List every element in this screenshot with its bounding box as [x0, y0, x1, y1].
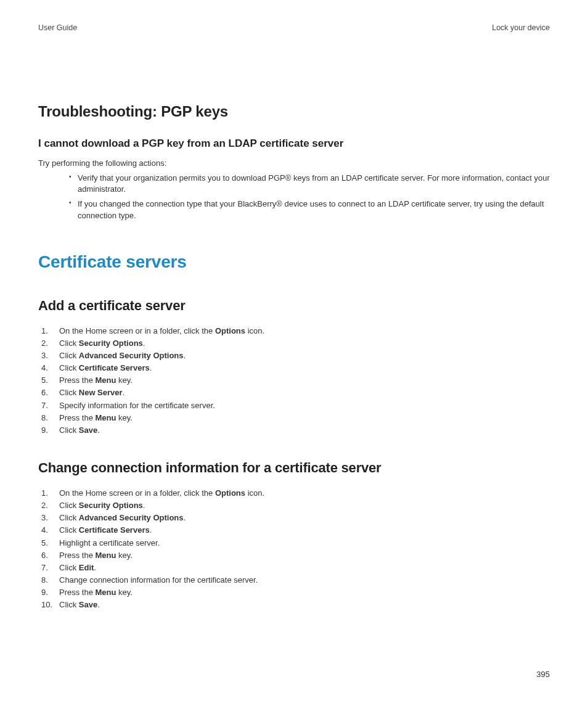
- step-text-pre: Click: [59, 513, 79, 522]
- step-item: Specify information for the certificate …: [38, 400, 550, 412]
- header-left: User Guide: [38, 23, 77, 32]
- step-text-pre: Click: [59, 501, 79, 510]
- add-server-steps: On the Home screen or in a folder, click…: [38, 325, 550, 437]
- step-item: On the Home screen or in a folder, click…: [38, 325, 550, 337]
- step-text-pre: Press the: [59, 551, 96, 560]
- change-server-title: Change connection information for a cert…: [38, 460, 550, 476]
- step-text-post: .: [184, 513, 186, 522]
- step-text-pre: Press the: [59, 413, 96, 422]
- step-item: Click Save.: [38, 424, 550, 437]
- page-header: User Guide Lock your device: [38, 23, 550, 32]
- step-item: Click Save.: [38, 599, 550, 611]
- step-text-pre: Specify information for the certificate …: [59, 401, 215, 410]
- step-text-post: .: [123, 388, 125, 397]
- page-number: 395: [536, 670, 550, 679]
- step-text-pre: Change connection information for the ce…: [59, 575, 258, 585]
- step-text-post: key.: [116, 588, 133, 597]
- step-item: Change connection information for the ce…: [38, 574, 550, 586]
- step-text-post: .: [150, 363, 152, 372]
- step-text-bold: Advanced Security Options: [79, 513, 184, 522]
- troubleshooting-subtitle: I cannot download a PGP key from an LDAP…: [38, 138, 550, 150]
- step-item: Highlight a certificate server.: [38, 537, 550, 549]
- step-text-bold: Security Options: [79, 339, 143, 348]
- cert-servers-title: Certificate servers: [38, 252, 550, 272]
- step-text-pre: On the Home screen or in a folder, click…: [59, 488, 215, 498]
- step-text-pre: On the Home screen or in a folder, click…: [59, 326, 215, 335]
- troubleshooting-bullets: Verify that your organization permits yo…: [38, 173, 550, 221]
- step-text-pre: Click: [59, 363, 79, 372]
- step-text-bold: Menu: [96, 588, 116, 597]
- step-item: On the Home screen or in a folder, click…: [38, 487, 550, 499]
- troubleshooting-title: Troubleshooting: PGP keys: [38, 103, 550, 120]
- step-item: Press the Menu key.: [38, 374, 550, 387]
- step-text-bold: Menu: [96, 376, 116, 385]
- step-text-bold: Menu: [96, 551, 116, 560]
- step-item: Click Security Options.: [38, 337, 550, 350]
- step-text-bold: Save: [79, 600, 97, 609]
- step-text-post: icon.: [245, 488, 264, 498]
- step-text-post: key.: [116, 551, 133, 560]
- step-text-post: .: [184, 351, 186, 360]
- step-text-pre: Click: [59, 425, 79, 435]
- step-text-post: key.: [116, 376, 133, 385]
- step-text-post: .: [97, 600, 100, 609]
- step-text-post: .: [150, 525, 152, 535]
- step-text-bold: Save: [79, 425, 97, 435]
- step-text-pre: Press the: [59, 588, 96, 597]
- step-text-pre: Click: [59, 525, 79, 535]
- step-text-bold: Edit: [79, 563, 94, 572]
- step-text-bold: Options: [215, 488, 245, 498]
- step-item: Click Advanced Security Options.: [38, 350, 550, 362]
- step-item: Click Edit.: [38, 562, 550, 574]
- troubleshooting-intro: Try performing the following actions:: [38, 158, 550, 168]
- step-text-post: icon.: [245, 326, 264, 335]
- step-text-bold: Options: [215, 326, 245, 335]
- step-text-bold: Menu: [96, 413, 116, 422]
- step-item: Click New Server.: [38, 387, 550, 399]
- step-text-pre: Click: [59, 563, 79, 572]
- step-text-post: .: [94, 563, 96, 572]
- step-item: Press the Menu key.: [38, 412, 550, 424]
- step-text-bold: Advanced Security Options: [79, 351, 184, 360]
- add-server-title: Add a certificate server: [38, 298, 550, 314]
- step-text-post: .: [143, 501, 145, 510]
- step-text-pre: Click: [59, 600, 79, 609]
- step-item: Click Security Options.: [38, 499, 550, 512]
- step-text-post: .: [97, 425, 100, 435]
- step-text-pre: Click: [59, 339, 79, 348]
- step-item: Press the Menu key.: [38, 586, 550, 599]
- header-right: Lock your device: [492, 23, 550, 32]
- step-item: Click Advanced Security Options.: [38, 512, 550, 524]
- step-item: Press the Menu key.: [38, 549, 550, 562]
- step-text-bold: Security Options: [79, 501, 143, 510]
- step-text-bold: New Server: [79, 388, 123, 397]
- bullet-item: Verify that your organization permits yo…: [69, 173, 550, 195]
- step-text-pre: Highlight a certificate server.: [59, 538, 160, 548]
- step-text-pre: Press the: [59, 376, 96, 385]
- step-text-post: key.: [116, 413, 133, 422]
- step-text-bold: Certificate Servers: [79, 525, 150, 535]
- step-item: Click Certificate Servers.: [38, 524, 550, 536]
- step-text-pre: Click: [59, 388, 79, 397]
- bullet-item: If you changed the connection type that …: [69, 199, 550, 221]
- step-text-pre: Click: [59, 351, 79, 360]
- step-item: Click Certificate Servers.: [38, 362, 550, 374]
- change-server-steps: On the Home screen or in a folder, click…: [38, 487, 550, 611]
- step-text-bold: Certificate Servers: [79, 363, 150, 372]
- step-text-post: .: [143, 339, 145, 348]
